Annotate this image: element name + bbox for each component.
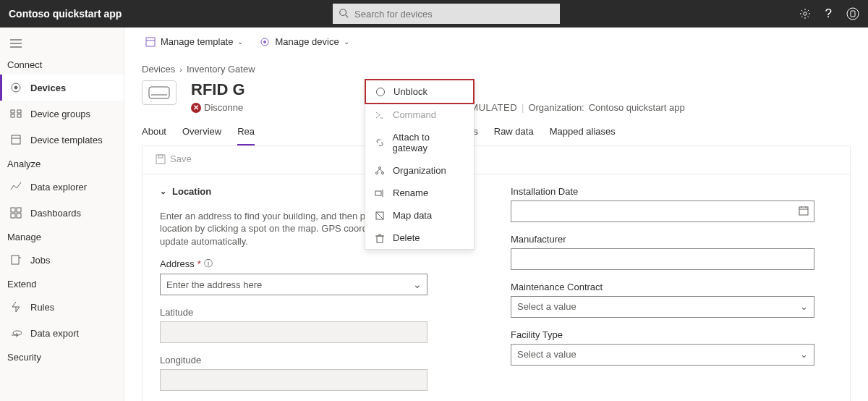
breadcrumb-devices[interactable]: Devices <box>142 64 175 75</box>
install-date-label: Installation Date <box>511 186 833 197</box>
content: Devices › Inventory Gatew RFID G ✕ Disco… <box>124 56 868 401</box>
facility-select[interactable]: Select a value ⌄ <box>511 344 814 366</box>
menu-unblock[interactable]: Unblock <box>365 79 475 104</box>
status-text: Disconne <box>204 102 243 113</box>
svg-rect-13 <box>17 114 21 117</box>
help-icon[interactable]: ? <box>825 7 832 21</box>
manage-device-button[interactable]: Manage device ⌄ <box>253 32 354 52</box>
menu-label: Command <box>393 109 436 120</box>
select-placeholder: Select a value <box>517 301 576 312</box>
form-right-col: Installation Date Manufacturer <box>511 186 833 402</box>
svg-line-32 <box>380 169 383 172</box>
svg-rect-22 <box>146 38 155 46</box>
sidebar-item-rules[interactable]: Rules <box>0 294 124 320</box>
menu-label: Map data <box>393 210 432 221</box>
tab-raw-data[interactable]: Raw data <box>494 120 534 145</box>
info-icon[interactable]: ⓘ <box>204 258 213 270</box>
nav-label: Devices <box>30 83 66 93</box>
sidebar-item-data-explorer[interactable]: Data explorer <box>0 174 124 200</box>
menu-delete[interactable]: Delete <box>365 227 474 249</box>
chevron-down-icon: ⌄ <box>800 301 808 312</box>
save-label: Save <box>170 153 192 164</box>
devices-icon <box>10 82 22 93</box>
svg-point-28 <box>379 166 381 169</box>
svg-point-2 <box>803 12 806 15</box>
maintenance-label: Maintenance Contract <box>511 282 833 292</box>
nav-label: Device groups <box>30 109 90 119</box>
topbar-actions: ? <box>799 7 859 21</box>
longitude-input <box>160 369 427 391</box>
svg-point-9 <box>14 86 17 89</box>
menu-organization[interactable]: Organization <box>365 159 474 182</box>
nav-section-manage: Manage <box>0 226 124 247</box>
menu-rename[interactable]: Rename <box>365 182 474 204</box>
command-icon <box>374 110 386 120</box>
manage-template-button[interactable]: Manage template ⌄ <box>139 32 249 52</box>
chevron-down-icon[interactable]: ⌄ <box>413 279 422 290</box>
chevron-right-icon: › <box>179 65 182 74</box>
breadcrumb-parent[interactable]: Inventory Gatew <box>187 64 255 75</box>
menu-label: Delete <box>393 232 420 243</box>
chevron-down-icon: ⌄ <box>800 349 808 360</box>
tabs: About Overview Rea Devices Commands Raw … <box>142 120 851 146</box>
nav-label: Device templates <box>30 135 103 145</box>
rename-icon <box>374 188 386 198</box>
settings-icon[interactable] <box>799 8 811 20</box>
sidebar-item-jobs[interactable]: Jobs <box>0 247 124 273</box>
search-wrapper <box>333 4 560 24</box>
hamburger-icon[interactable] <box>0 33 124 54</box>
sidebar-item-data-export[interactable]: Data export <box>0 320 124 346</box>
svg-rect-16 <box>11 208 15 212</box>
svg-rect-18 <box>11 214 15 218</box>
address-input[interactable] <box>160 274 427 295</box>
svg-rect-40 <box>149 87 169 98</box>
chevron-down-icon: ⌄ <box>160 187 166 196</box>
tab-about[interactable]: About <box>142 120 166 145</box>
search-input[interactable] <box>333 4 560 24</box>
template-icon <box>145 36 156 48</box>
svg-rect-11 <box>11 114 14 117</box>
sidebar: Connect Devices Device groups Device tem… <box>0 28 124 401</box>
nav-label: Data export <box>30 328 79 339</box>
app-title: Contoso quickstart app <box>9 8 122 20</box>
svg-rect-42 <box>156 155 165 164</box>
device-groups-icon <box>10 108 22 119</box>
jobs-icon <box>10 254 22 266</box>
device-meta: ✕ Disconne 7/2022, 1:08:57 PM | SIMULATE… <box>191 102 851 113</box>
feedback-icon[interactable] <box>846 7 859 20</box>
form-body: ⌄ Location Enter an address to find your… <box>142 174 851 402</box>
maintenance-select[interactable]: Select a value ⌄ <box>511 296 814 318</box>
search-icon <box>339 8 349 18</box>
calendar-icon[interactable] <box>799 206 809 216</box>
sidebar-item-device-groups[interactable]: Device groups <box>0 101 124 127</box>
org-value: Contoso quickstart app <box>589 102 685 113</box>
svg-rect-10 <box>11 110 14 113</box>
latitude-label: Latitude <box>160 307 482 318</box>
status-badge: ✕ Disconne <box>191 102 243 113</box>
tab-rea[interactable]: Rea <box>237 120 255 145</box>
svg-point-30 <box>382 172 384 174</box>
svg-rect-4 <box>851 11 855 17</box>
nav-label: Data explorer <box>30 182 87 193</box>
sidebar-item-device-templates[interactable]: Device templates <box>0 127 124 153</box>
nav-section-connect: Connect <box>0 54 124 75</box>
cmd-label: Manage device <box>275 36 339 47</box>
address-label: Address* ⓘ <box>160 258 482 270</box>
device-templates-icon <box>10 134 22 145</box>
menu-map-data[interactable]: Map data <box>365 204 474 227</box>
breadcrumb: Devices › Inventory Gatew <box>142 64 851 75</box>
manufacturer-input[interactable] <box>511 248 814 270</box>
sidebar-item-devices[interactable]: Devices <box>0 75 124 101</box>
svg-rect-43 <box>158 155 163 158</box>
svg-rect-20 <box>12 256 19 264</box>
tab-mapped-aliases[interactable]: Mapped aliases <box>550 120 616 145</box>
nav-section-extend: Extend <box>0 273 124 294</box>
tab-overview[interactable]: Overview <box>182 120 221 145</box>
install-date-input[interactable] <box>511 200 814 222</box>
device-thumbnail <box>142 80 176 105</box>
menu-attach-gateway[interactable]: Attach to gateway <box>365 126 474 159</box>
menu-label: Unblock <box>393 86 427 97</box>
nav-section-security: Security <box>0 346 124 367</box>
save-button[interactable]: Save <box>156 153 192 164</box>
sidebar-item-dashboards[interactable]: Dashboards <box>0 200 124 226</box>
